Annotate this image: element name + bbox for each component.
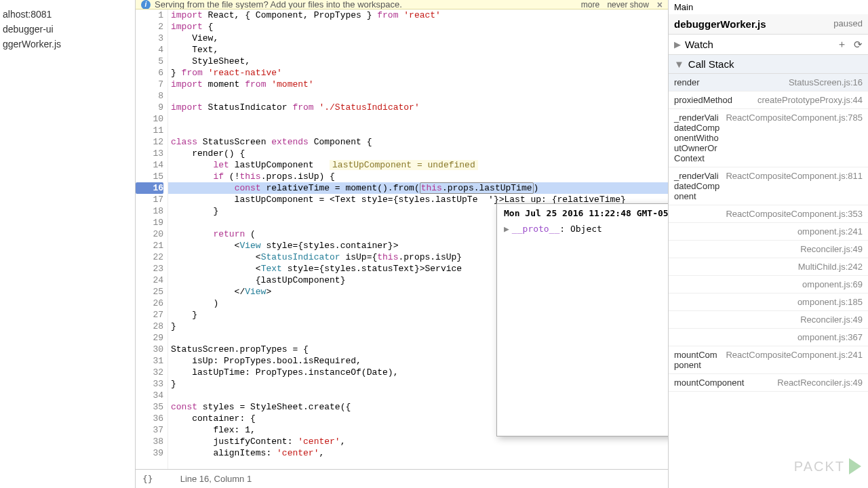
code-line[interactable]: View, [168, 33, 668, 44]
code-line[interactable]: let lastUpComponent lastUpComponent = un… [168, 159, 668, 171]
code-line[interactable]: alignItems: 'center', [168, 447, 668, 459]
code-line[interactable]: StyleSheet, [168, 56, 668, 67]
tree-item[interactable]: debugger-ui [0, 22, 135, 37]
tree-item[interactable]: alhost:8081 [0, 7, 135, 22]
code-line[interactable]: import { [168, 21, 668, 33]
line-number[interactable]: 7 [136, 79, 163, 90]
line-number[interactable]: 25 [136, 286, 163, 298]
code-line[interactable]: } from 'react-native' [168, 67, 668, 79]
line-number[interactable]: 21 [136, 240, 163, 251]
banner-never-link[interactable]: never show [607, 0, 648, 9]
callstack-label: Call Stack [688, 58, 734, 70]
line-number[interactable]: 8 [136, 90, 163, 102]
chevron-right-icon[interactable]: ▶ [674, 39, 681, 49]
line-number[interactable]: 3 [136, 33, 163, 44]
status-bar: {} Line 16, Column 1 [136, 469, 668, 488]
line-number[interactable]: 32 [136, 367, 163, 378]
line-number[interactable]: 36 [136, 413, 163, 424]
code-editor[interactable]: 1234567891011121314151617181920212223242… [136, 9, 668, 469]
chevron-right-icon[interactable]: ▶ [504, 224, 509, 234]
stack-frame[interactable]: mountComponentReactReconciler.js:49 [669, 374, 868, 392]
line-number[interactable]: 18 [136, 205, 163, 217]
line-number[interactable]: 24 [136, 274, 163, 286]
stack-frame[interactable]: proxiedMethodcreatePrototypeProxy.js:44 [669, 92, 868, 109]
line-number[interactable]: 20 [136, 228, 163, 240]
info-banner: i Serving from the file system? Add your… [136, 0, 668, 9]
frame-location: Reconciler.js:49 [800, 314, 863, 325]
stack-frame[interactable]: Reconciler.js:49 [669, 241, 868, 258]
line-number[interactable]: 30 [136, 344, 163, 355]
line-number[interactable]: 33 [136, 378, 163, 390]
line-number[interactable]: 1 [136, 9, 163, 21]
frame-function [674, 332, 797, 342]
frame-location: createPrototypeProxy.js:44 [757, 95, 863, 105]
line-number[interactable]: 9 [136, 102, 163, 113]
line-number[interactable]: 4 [136, 44, 163, 56]
stack-frame[interactable]: omponent.js:69 [669, 276, 868, 293]
code-line[interactable] [168, 125, 668, 136]
line-number[interactable]: 35 [136, 401, 163, 413]
code-line[interactable]: import StatusIndicator from './StatusInd… [168, 102, 668, 113]
stack-frame[interactable]: MultiChild.js:242 [669, 258, 868, 276]
line-number[interactable]: 37 [136, 424, 163, 436]
stack-frame[interactable]: _renderValidatedComponentReactCompositeC… [669, 167, 868, 205]
cursor-position: Line 16, Column 1 [180, 474, 252, 484]
line-number[interactable]: 22 [136, 251, 163, 263]
proto-val: : Object [559, 224, 602, 234]
refresh-icon[interactable]: ⟳ [854, 39, 863, 51]
stack-frame[interactable]: mountComponentReactCompositeComponent.js… [669, 346, 868, 374]
code-line[interactable]: import React, { Component, PropTypes } f… [168, 9, 668, 21]
stack-frame[interactable]: omponent.js:241 [669, 223, 868, 241]
line-number[interactable]: 6 [136, 67, 163, 79]
braces-icon[interactable]: {} [142, 474, 153, 484]
stack-frame[interactable]: Reconciler.js:49 [669, 311, 868, 329]
stack-frame[interactable]: omponent.js:185 [669, 293, 868, 311]
watch-section[interactable]: ▶ Watch ＋ ⟳ [669, 35, 868, 55]
stack-frame[interactable]: ReactCompositeComponent.js:353 [669, 205, 868, 223]
line-number[interactable]: 16 [136, 182, 163, 194]
code-line[interactable]: Text, [168, 44, 668, 56]
line-number[interactable]: 14 [136, 159, 163, 171]
line-number[interactable]: 27 [136, 309, 163, 321]
play-icon [849, 458, 861, 474]
code-line[interactable]: import moment from 'moment' [168, 79, 668, 90]
line-number[interactable]: 29 [136, 332, 163, 344]
code-line[interactable]: justifyContent: 'center', [168, 436, 668, 447]
worker-row[interactable]: debuggerWorker.js paused [669, 14, 868, 35]
code-line[interactable] [168, 113, 668, 125]
line-number[interactable]: 19 [136, 217, 163, 228]
line-number[interactable]: 34 [136, 390, 163, 401]
frame-function [674, 244, 800, 254]
code-line[interactable]: if (!this.props.isUp) { [168, 171, 668, 182]
code-line[interactable]: render() { [168, 148, 668, 159]
line-number[interactable]: 2 [136, 21, 163, 33]
line-number[interactable]: 31 [136, 355, 163, 367]
line-number[interactable]: 11 [136, 125, 163, 136]
line-number[interactable]: 10 [136, 113, 163, 125]
code-line[interactable] [168, 90, 668, 102]
plus-icon[interactable]: ＋ [837, 38, 847, 51]
thread-main[interactable]: Main [669, 0, 868, 14]
code-line[interactable]: const relativeTime = moment().from(this.… [168, 182, 668, 194]
line-number[interactable]: 17 [136, 194, 163, 205]
close-icon[interactable]: × [657, 0, 663, 9]
line-number[interactable]: 28 [136, 321, 163, 332]
tree-item[interactable]: ggerWorker.js [0, 37, 135, 52]
line-number[interactable]: 13 [136, 148, 163, 159]
line-number[interactable]: 38 [136, 436, 163, 447]
stack-frame[interactable]: renderStatusScreen.js:16 [669, 74, 868, 92]
line-number[interactable]: 15 [136, 171, 163, 182]
line-gutter[interactable]: 1234567891011121314151617181920212223242… [136, 9, 168, 469]
code-line[interactable]: class StatusScreen extends Component { [168, 136, 668, 148]
stack-frame[interactable]: _renderValidatedComponentWithoutOwnerOrC… [669, 109, 868, 167]
stack-frame[interactable]: omponent.js:367 [669, 329, 868, 346]
line-number[interactable]: 23 [136, 263, 163, 274]
frame-function [674, 226, 797, 237]
line-number[interactable]: 26 [136, 298, 163, 309]
line-number[interactable]: 39 [136, 447, 163, 459]
chevron-down-icon[interactable]: ▼ [674, 58, 684, 70]
line-number[interactable]: 12 [136, 136, 163, 148]
callstack-header[interactable]: ▼ Call Stack [669, 55, 868, 74]
line-number[interactable]: 5 [136, 56, 163, 67]
banner-more-link[interactable]: more [581, 0, 599, 9]
